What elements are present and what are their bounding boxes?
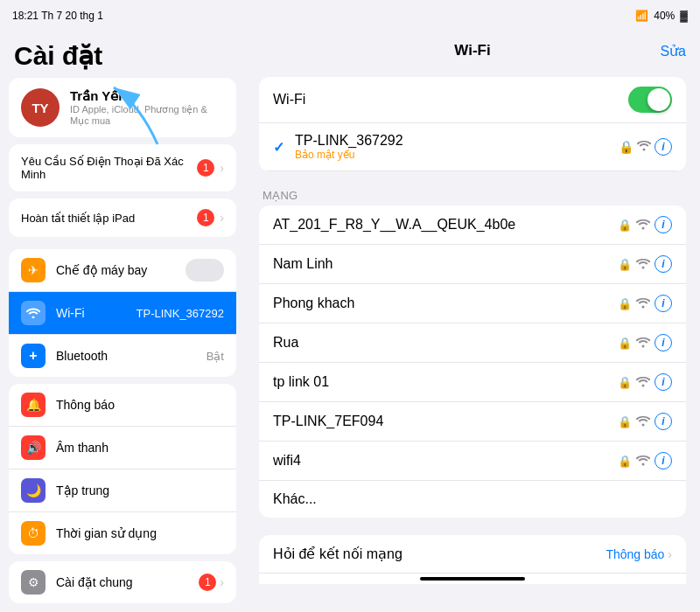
notif-chevron-icon: ›: [220, 161, 224, 175]
network-row-other[interactable]: Khác...: [259, 481, 686, 518]
info-button-4[interactable]: i: [654, 373, 672, 391]
setup-chevron-icon: ›: [220, 211, 224, 225]
sidebar-item-bluetooth[interactable]: + Bluetooth Bật: [9, 335, 236, 377]
status-icons: 📶 40% ▓: [635, 10, 688, 22]
sidebar-item-wifi[interactable]: Wi-Fi TP-LINK_367292: [9, 292, 236, 335]
content-header: Wi-Fi Sửa: [245, 31, 700, 70]
network-name-6: wifi4: [273, 453, 618, 469]
user-info: Trần Yến ID Apple, iCloud, Phương tiện &…: [70, 88, 224, 127]
connected-network-icons: 🔒 i: [619, 138, 672, 156]
sidebar: Cài đặt TY Trần Yến ID Apple, iCloud, Ph…: [0, 31, 245, 612]
footer-chevron-icon: ›: [668, 547, 672, 561]
notif-banner-right: 1 ›: [197, 159, 224, 177]
wifi-toggle-label: Wi-Fi: [273, 92, 628, 108]
network-row[interactable]: tp link 01 🔒 i: [259, 363, 686, 402]
lock-icon-5: 🔒: [618, 415, 632, 428]
connected-info-button[interactable]: i: [654, 138, 672, 156]
connectivity-section: ✈ Chế độ máy bay Wi-Fi TP-LINK_367292: [9, 249, 236, 377]
notifications-icon: 🔔: [21, 393, 46, 417]
wifi-status-icon: 📶: [635, 10, 648, 22]
home-indicator: [420, 577, 525, 581]
general-section: ⚙ Cài đặt chung 1 ›: [9, 561, 236, 603]
network-row[interactable]: TP-LINK_7EF094 🔒 i: [259, 402, 686, 442]
lock-icon-0: 🔒: [618, 219, 632, 232]
lock-icon: 🔒: [619, 140, 634, 154]
info-button-5[interactable]: i: [654, 413, 672, 430]
setup-banner-right: 1 ›: [197, 209, 224, 226]
net-icons-3: 🔒 i: [618, 334, 672, 351]
lock-icon-6: 🔒: [618, 455, 632, 468]
edit-button[interactable]: Sửa: [660, 43, 686, 59]
footer-section: Hỏi để kết nối mạng Thông báo ›: [259, 535, 686, 584]
general-badge: 1: [199, 574, 216, 591]
sidebar-item-screentime[interactable]: ⏱ Thời gian sử dụng: [9, 512, 236, 554]
airplane-icon: ✈: [21, 258, 46, 282]
net-icons-4: 🔒 i: [618, 373, 672, 391]
wifi-toggle-row[interactable]: Wi-Fi: [259, 77, 686, 123]
footer-action-button[interactable]: Thông báo: [606, 547, 664, 561]
net-icons-5: 🔒 i: [618, 413, 672, 430]
lock-icon-1: 🔒: [618, 258, 632, 271]
notifications-label: Thông báo: [56, 398, 224, 412]
network-row[interactable]: Phong khach 🔒 i: [259, 284, 686, 323]
sidebar-item-general[interactable]: ⚙ Cài đặt chung 1 ›: [9, 561, 236, 603]
airplane-toggle[interactable]: [186, 259, 224, 282]
wifi-toggle-section: Wi-Fi ✓ TP-LINK_367292 Bảo mật yếu 🔒: [259, 77, 686, 171]
bluetooth-icon: +: [21, 344, 46, 368]
system-section: 🔔 Thông báo 🔊 Âm thanh 🌙 Tập trung ⏱ Thờ…: [9, 384, 236, 554]
bluetooth-label: Bluetooth: [56, 349, 206, 363]
network-section-label: MẠNG: [259, 189, 686, 205]
sidebar-item-focus[interactable]: 🌙 Tập trung: [9, 469, 236, 512]
status-bar: 18:21 Th 7 20 thg 1 📶 40% ▓: [0, 0, 700, 31]
setup-badge: 1: [197, 209, 214, 226]
screentime-icon: ⏱: [21, 521, 46, 546]
focus-label: Tập trung: [56, 483, 224, 497]
wifi-signal-icon: [637, 140, 651, 154]
notif-banner-text: Yêu Cầu Số Điện Thoại Đã Xác Minh: [21, 155, 197, 181]
network-row[interactable]: Rua 🔒 i: [259, 323, 686, 363]
footer-row[interactable]: Hỏi để kết nối mạng Thông báo ›: [259, 535, 686, 574]
info-button-2[interactable]: i: [654, 295, 672, 312]
sidebar-title: Cài đặt: [0, 31, 245, 78]
info-button-3[interactable]: i: [654, 334, 672, 351]
network-row[interactable]: wifi4 🔒 i: [259, 442, 686, 481]
notif-banner[interactable]: Yêu Cầu Số Điện Thoại Đã Xác Minh 1 ›: [9, 144, 236, 191]
network-name-4: tp link 01: [273, 374, 618, 390]
connected-network-info: TP-LINK_367292 Bảo mật yếu: [295, 133, 619, 161]
battery-status: 40%: [654, 10, 675, 22]
network-row[interactable]: Nam Linh 🔒 i: [259, 245, 686, 284]
airplane-label: Chế độ máy bay: [56, 263, 186, 277]
user-name: Trần Yến: [70, 88, 224, 104]
status-time-date: 18:21 Th 7 20 thg 1: [12, 10, 103, 22]
network-name-1: Nam Linh: [273, 256, 618, 272]
sounds-icon: 🔊: [21, 435, 46, 460]
notif-badge: 1: [197, 159, 214, 177]
sidebar-item-notifications[interactable]: 🔔 Thông báo: [9, 384, 236, 427]
setup-banner-text: Hoàn tất thiết lập iPad: [21, 212, 135, 225]
network-name-other: Khác...: [273, 491, 672, 507]
setup-banner[interactable]: Hoàn tất thiết lập iPad 1 ›: [9, 198, 236, 237]
sidebar-item-airplane[interactable]: ✈ Chế độ máy bay: [9, 249, 236, 292]
general-label: Cài đặt chung: [56, 575, 199, 589]
network-row[interactable]: AT_201_F_R8_Y__W.A__QEUK_4b0e 🔒 i: [259, 205, 686, 245]
content-scroll: Wi-Fi ✓ TP-LINK_367292 Bảo mật yếu 🔒: [245, 70, 700, 612]
check-icon: ✓: [273, 139, 284, 156]
focus-icon: 🌙: [21, 478, 46, 503]
info-button-1[interactable]: i: [654, 255, 672, 273]
user-card[interactable]: TY Trần Yến ID Apple, iCloud, Phương tiệ…: [9, 78, 236, 137]
battery-icon: ▓: [680, 10, 688, 22]
connected-network-row[interactable]: ✓ TP-LINK_367292 Bảo mật yếu 🔒: [259, 123, 686, 171]
network-name-2: Phong khach: [273, 296, 618, 311]
info-button-0[interactable]: i: [654, 216, 672, 233]
sidebar-item-sounds[interactable]: 🔊 Âm thanh: [9, 427, 236, 469]
wifi-toggle[interactable]: [628, 87, 672, 113]
general-chevron-icon: ›: [220, 575, 224, 589]
lock-icon-3: 🔒: [618, 337, 632, 350]
net-icons-2: 🔒 i: [618, 295, 672, 312]
screentime-label: Thời gian sử dụng: [56, 526, 224, 540]
info-button-6[interactable]: i: [654, 452, 672, 469]
bluetooth-value: Bật: [206, 350, 224, 363]
content-area: Wi-Fi Sửa Wi-Fi ✓ TP-LINK_367292 Bảo mật…: [245, 31, 700, 612]
network-name-0: AT_201_F_R8_Y__W.A__QEUK_4b0e: [273, 217, 618, 233]
network-name-5: TP-LINK_7EF094: [273, 414, 618, 429]
